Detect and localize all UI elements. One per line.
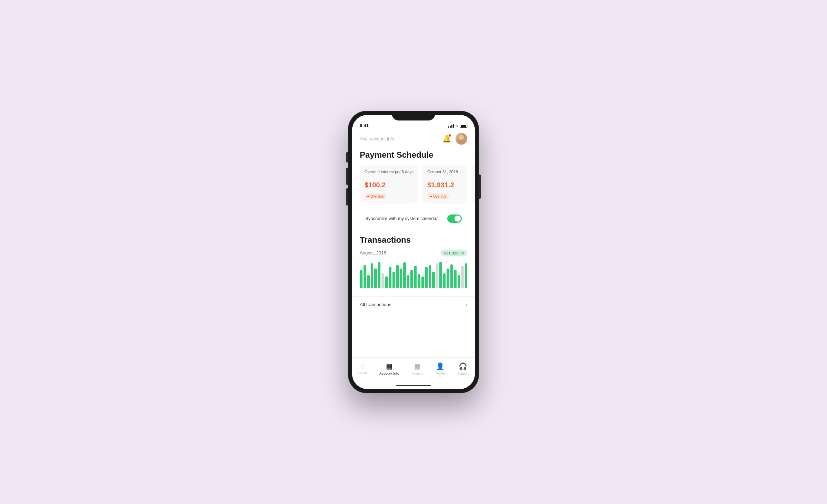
nav-label: Support	[457, 371, 469, 375]
card-label: Overdue interest per 5 days	[365, 169, 414, 175]
sync-toggle[interactable]	[447, 214, 462, 223]
page-header: Your account info 🔔	[352, 130, 475, 149]
nav-item-account[interactable]: ▦ Account	[411, 362, 423, 375]
chart-bar	[374, 269, 377, 288]
battery-icon	[460, 124, 467, 128]
phone-frame: 9:41 ∿ Your account info 🔔	[348, 111, 479, 393]
avatar[interactable]	[456, 133, 467, 145]
scroll-area[interactable]: Your account info 🔔 Payment Schedule Ove…	[352, 130, 475, 357]
chart-bar	[381, 273, 384, 288]
phone-screen: 9:41 ∿ Your account info 🔔	[352, 115, 475, 389]
chart-bar	[400, 269, 402, 288]
chart-bar	[461, 266, 464, 288]
sync-label: Syncronize with my system calendar	[365, 216, 438, 221]
transactions-month: August, 2018	[360, 250, 386, 255]
transactions-amount-badge: $21,022.00	[440, 250, 467, 256]
chart-bar	[458, 275, 460, 288]
nav-icon: ▦	[414, 362, 421, 370]
wifi-icon: ∿	[455, 124, 458, 128]
chart-bar	[429, 265, 431, 288]
chart-bar	[450, 264, 453, 288]
payment-card[interactable]: October 31, 2018 $1,931.2 Overdue	[422, 165, 467, 203]
bottom-nav: ⌂ Home ▤ Account Info ▦ Account 👤 Profil…	[352, 357, 475, 382]
chart-bar	[425, 267, 428, 288]
card-status: Overdue	[427, 193, 449, 199]
chart-bar	[465, 263, 468, 288]
nav-label: Home	[358, 371, 367, 375]
payment-card[interactable]: Overdue interest per 5 days $100.2 Overd…	[360, 165, 418, 203]
nav-item-home[interactable]: ⌂ Home	[358, 362, 367, 375]
chart-bar	[396, 265, 399, 288]
transactions-section: Transactions August, 2018 $21,022.00	[352, 230, 475, 296]
notification-button[interactable]: 🔔	[442, 134, 451, 144]
nav-item-account-info[interactable]: ▤ Account Info	[379, 362, 399, 375]
chart-bar	[360, 270, 363, 288]
chart-bar	[447, 269, 449, 288]
chart-bar	[392, 272, 395, 288]
page-title: Payment Schedule	[352, 149, 475, 165]
chart-bar	[410, 270, 413, 288]
chart-bar	[439, 262, 442, 288]
nav-label: Profile	[436, 371, 445, 375]
chart-bar	[389, 267, 391, 288]
nav-item-support[interactable]: 🎧 Support	[457, 362, 469, 375]
nav-icon: 🎧	[459, 362, 467, 370]
card-amount: $1,931.2	[427, 181, 462, 189]
card-status: Overdue	[365, 193, 386, 199]
card-label: October 31, 2018	[427, 169, 462, 175]
chart-bar	[403, 262, 406, 288]
payment-card[interactable]: Sept 31, 2... $1 Up...	[471, 165, 475, 203]
chart-bar	[421, 276, 424, 288]
sync-row: Syncronize with my system calendar	[360, 210, 467, 227]
chart-bar	[443, 273, 446, 288]
transactions-chart	[360, 261, 467, 288]
header-title: Your account info	[360, 136, 394, 141]
chart-bar	[414, 266, 417, 288]
nav-icon: ⌂	[360, 362, 365, 370]
chart-bar	[418, 274, 420, 288]
chart-bar	[378, 262, 381, 288]
chart-bar	[407, 275, 410, 288]
notification-badge	[448, 134, 451, 137]
chevron-right-icon: ›	[466, 302, 467, 308]
nav-label: Account	[411, 371, 423, 375]
chart-bar	[364, 265, 366, 288]
signal-icon	[448, 124, 454, 128]
all-transactions-label: All transactions	[360, 302, 391, 307]
all-transactions-row[interactable]: All transactions ›	[352, 296, 475, 313]
nav-icon: ▤	[386, 362, 392, 370]
chart-bar	[432, 272, 435, 288]
nav-label: Account Info	[379, 371, 399, 375]
status-time: 9:41	[360, 123, 369, 128]
chart-bar	[367, 275, 370, 288]
chart-bar	[454, 270, 457, 288]
chart-bar	[436, 263, 439, 288]
home-indicator	[352, 382, 475, 389]
transactions-title: Transactions	[360, 235, 467, 250]
nav-item-profile[interactable]: 👤 Profile	[436, 362, 445, 375]
chart-bar	[385, 276, 388, 288]
chart-bar	[371, 263, 374, 288]
card-amount: $100.2	[365, 181, 414, 189]
payment-cards-scroll[interactable]: Overdue interest per 5 days $100.2 Overd…	[352, 165, 475, 205]
nav-icon: 👤	[436, 362, 445, 370]
